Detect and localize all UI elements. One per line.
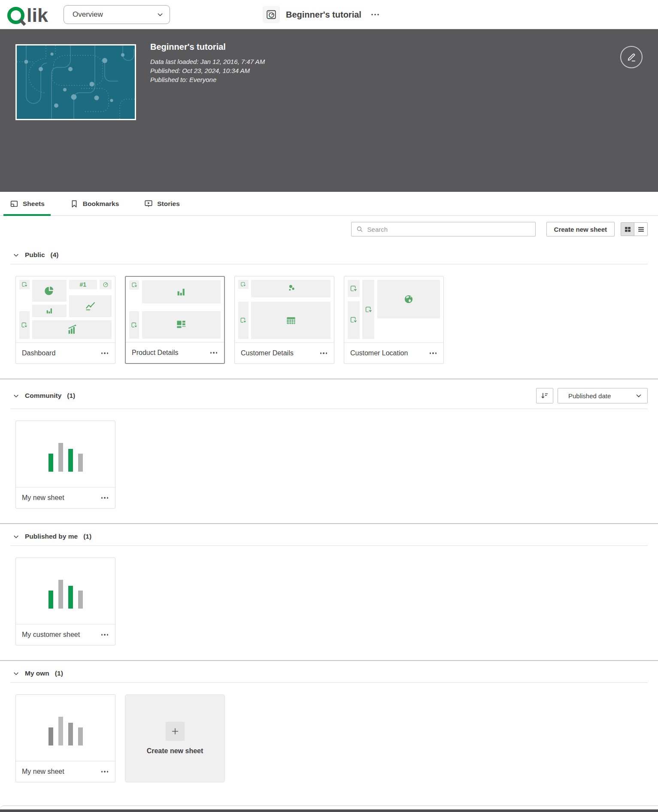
sheet-object-tile	[238, 302, 249, 339]
sheet-card-menu-button[interactable]	[98, 765, 112, 779]
sheet-object-tile: #1	[69, 280, 97, 289]
chevron-down-icon	[13, 393, 19, 399]
sheet-object-tile	[362, 280, 374, 339]
sheet-object-tile	[348, 301, 360, 339]
sheet-card[interactable]: #1 Dashboard	[15, 276, 115, 364]
sheet-card[interactable]: My customer sheet	[15, 557, 115, 645]
view-toggle-group	[621, 222, 648, 236]
create-new-sheet-button[interactable]: Create new sheet	[546, 222, 615, 236]
sheets-icon	[9, 199, 19, 209]
section-published-by-me: Published by me (1) My customer sheet	[0, 524, 658, 660]
chevron-down-icon	[13, 252, 19, 258]
sort-controls: Published date	[536, 388, 648, 403]
section-toggle-public[interactable]: Public (4)	[13, 251, 58, 259]
create-new-sheet-card[interactable]: Create new sheet	[125, 694, 225, 782]
sheet-card[interactable]: Customer Details	[234, 276, 334, 364]
ellipsis-icon	[101, 352, 109, 354]
sheet-object-tile	[251, 280, 331, 297]
tab-bookmarks[interactable]: Bookmarks	[64, 192, 125, 215]
sheet-card-title: Dashboard	[22, 349, 55, 357]
stories-icon	[144, 199, 153, 209]
sheet-card-menu-button[interactable]	[98, 491, 112, 505]
section-toggle-published-by-me[interactable]: Published by me (1)	[13, 533, 91, 540]
thumbnail-bar	[49, 591, 53, 609]
search-input[interactable]	[367, 226, 531, 233]
growth-chart-icon	[67, 324, 77, 335]
section-label: Public	[25, 251, 45, 259]
filterpane-icon	[131, 322, 137, 328]
ellipsis-icon	[320, 352, 327, 354]
topbar: lik Overview Beginner's tutorial	[0, 0, 658, 29]
grid-view-button[interactable]	[621, 222, 634, 236]
meta-published-to: Published to: Everyone	[150, 75, 265, 84]
sheet-card-menu-button[interactable]	[98, 346, 112, 360]
chevron-down-icon	[635, 392, 642, 399]
sheet-card-menu-button[interactable]	[426, 346, 440, 360]
app-thumbnail-pattern	[17, 45, 135, 119]
sheet-object-tile	[19, 311, 30, 339]
sheet-card[interactable]: Customer Location	[344, 276, 444, 364]
edit-button[interactable]	[620, 46, 643, 68]
app-icon	[263, 6, 280, 23]
nav-dropdown-value: Overview	[73, 10, 103, 19]
qlik-logo[interactable]: lik	[7, 3, 54, 27]
sheet-object-tile	[251, 302, 331, 339]
sheet-card[interactable]: My new sheet	[15, 694, 115, 782]
tab-label: Bookmarks	[83, 200, 119, 208]
bar-chart-thumbnail	[16, 558, 115, 624]
thumbnail-bar	[68, 723, 73, 745]
sheet-object-tile	[377, 280, 440, 318]
sheet-card-menu-button[interactable]	[98, 628, 112, 642]
sheet-card-footer: Dashboard	[16, 342, 115, 364]
sheet-object-tile	[142, 311, 221, 339]
section-count: (1)	[55, 670, 63, 677]
section-label: My own	[25, 670, 49, 677]
filterpane-icon	[131, 282, 137, 288]
thumbnail-bar	[58, 443, 63, 472]
bar-chart-icon	[45, 307, 53, 315]
sheet-card-footer: Customer Location	[344, 342, 443, 364]
pencil-icon	[626, 52, 637, 63]
filterpane-icon	[365, 306, 372, 313]
meta-data-last-loaded: Data last loaded: Jan 12, 2016, 7:47 AM	[150, 57, 265, 66]
app-menu-button[interactable]	[367, 7, 383, 22]
app-title: Beginner's tutorial	[286, 10, 361, 20]
sheet-card-footer: My customer sheet	[16, 624, 115, 645]
sheet-object-tile	[348, 280, 360, 297]
sheet-card[interactable]: My new sheet	[15, 421, 115, 509]
sort-descending-icon	[540, 391, 549, 400]
tab-sheets[interactable]: Sheets	[3, 192, 51, 215]
tab-label: Stories	[157, 200, 180, 208]
thumbnail-bar	[78, 591, 83, 609]
chevron-down-icon	[157, 11, 164, 18]
sheet-card-menu-button[interactable]	[207, 346, 221, 360]
tab-label: Sheets	[23, 200, 45, 208]
chevron-down-icon	[13, 670, 19, 677]
thumbnail-bar	[58, 717, 63, 745]
bar-chart-thumbnail	[16, 421, 115, 487]
nav-dropdown[interactable]: Overview	[64, 5, 170, 24]
list-view-button[interactable]	[634, 222, 648, 236]
sheet-card-title: Product Details	[132, 349, 179, 357]
thumbnail-bar	[78, 454, 83, 472]
section-toggle-community[interactable]: Community (1)	[13, 392, 75, 400]
sort-order-button[interactable]	[536, 388, 553, 403]
thumbnail-bar	[58, 580, 63, 609]
section-toggle-my-own[interactable]: My own (1)	[13, 670, 63, 677]
sheet-card-title: Customer Location	[350, 349, 408, 357]
section-count: (1)	[83, 533, 91, 540]
app-title-group: Beginner's tutorial	[263, 0, 383, 29]
sheet-card[interactable]: Product Details	[125, 276, 225, 364]
kpi-value: #1	[80, 281, 87, 288]
search-box	[351, 222, 536, 236]
sheet-card-menu-button[interactable]	[317, 346, 331, 360]
ellipsis-icon	[430, 352, 437, 354]
tab-stories[interactable]: Stories	[138, 192, 186, 215]
sheet-card-footer: Product Details	[126, 342, 224, 363]
sort-by-dropdown[interactable]: Published date	[558, 388, 648, 403]
tabs-bar: Sheets Bookmarks Stories	[0, 192, 658, 216]
gauge-icon	[103, 282, 109, 288]
create-new-sheet-label: Create new sheet	[147, 747, 203, 755]
sheet-object-tile	[142, 280, 221, 303]
section-label: Published by me	[25, 533, 78, 540]
